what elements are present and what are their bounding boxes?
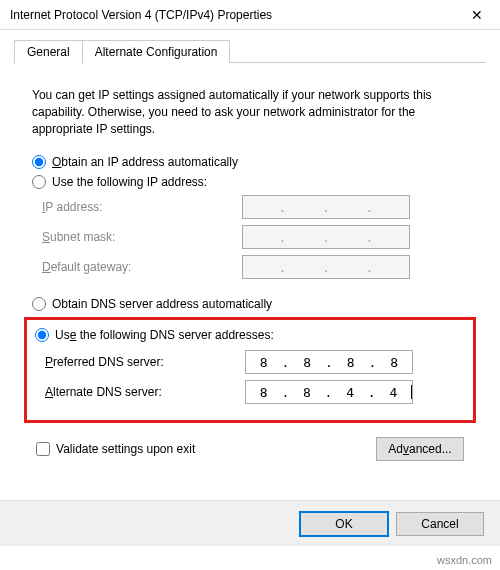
- input-ip-address: ...: [242, 195, 410, 219]
- tab-general[interactable]: General: [14, 40, 83, 64]
- radio-obtain-dns-auto-label: Obtain DNS server address automatically: [52, 297, 272, 311]
- row-preferred-dns: Preferred DNS server: 8. 8. 8. 8: [45, 350, 465, 374]
- close-button[interactable]: ✕: [454, 0, 500, 30]
- radio-obtain-ip-auto[interactable]: Obtain an IP address automatically: [32, 155, 468, 169]
- description-text: You can get IP settings assigned automat…: [32, 87, 468, 137]
- watermark-text: wsxdn.com: [437, 554, 492, 566]
- dns-fields-group: Preferred DNS server: 8. 8. 8. 8 Alterna…: [45, 350, 465, 404]
- checkbox-validate-on-exit[interactable]: Validate settings upon exit: [36, 442, 195, 456]
- radio-use-dns-manual[interactable]: Use the following DNS server addresses:: [35, 328, 465, 342]
- label-ip-address: IP address:: [42, 200, 242, 214]
- input-preferred-dns[interactable]: 8. 8. 8. 8: [245, 350, 413, 374]
- checkbox-validate-on-exit-input[interactable]: [36, 442, 50, 456]
- bottom-options-row: Validate settings upon exit Advanced...: [36, 437, 464, 461]
- window-title: Internet Protocol Version 4 (TCP/IPv4) P…: [10, 8, 454, 22]
- ok-button[interactable]: OK: [300, 512, 388, 536]
- label-preferred-dns: Preferred DNS server:: [45, 355, 245, 369]
- label-subnet-mask: Subnet mask:: [42, 230, 242, 244]
- row-ip-address: IP address: ...: [42, 195, 468, 219]
- radio-use-ip-manual[interactable]: Use the following IP address:: [32, 175, 468, 189]
- tab-panel-general: You can get IP settings assigned automat…: [16, 73, 484, 461]
- ip-fields-group: IP address: ... Subnet mask: ... Default…: [42, 195, 468, 279]
- close-icon: ✕: [471, 7, 483, 23]
- radio-use-ip-manual-label: Use the following IP address:: [52, 175, 207, 189]
- input-default-gateway: ...: [242, 255, 410, 279]
- advanced-button[interactable]: Advanced...: [376, 437, 464, 461]
- radio-use-ip-manual-input[interactable]: [32, 175, 46, 189]
- row-alternate-dns: Alternate DNS server: 8. 8. 4. 4: [45, 380, 465, 404]
- dialog-footer: OK Cancel: [0, 500, 500, 546]
- radio-obtain-ip-auto-label: Obtain an IP address automatically: [52, 155, 238, 169]
- radio-use-dns-manual-input[interactable]: [35, 328, 49, 342]
- label-alternate-dns: Alternate DNS server:: [45, 385, 245, 399]
- titlebar: Internet Protocol Version 4 (TCP/IPv4) P…: [0, 0, 500, 30]
- row-default-gateway: Default gateway: ...: [42, 255, 468, 279]
- tabstrip: General Alternate Configuration: [0, 30, 500, 63]
- radio-obtain-dns-auto[interactable]: Obtain DNS server address automatically: [32, 297, 468, 311]
- text-caret: [411, 385, 412, 399]
- input-alternate-dns[interactable]: 8. 8. 4. 4: [245, 380, 413, 404]
- cancel-button[interactable]: Cancel: [396, 512, 484, 536]
- input-subnet-mask: ...: [242, 225, 410, 249]
- row-subnet-mask: Subnet mask: ...: [42, 225, 468, 249]
- label-default-gateway: Default gateway:: [42, 260, 242, 274]
- checkbox-validate-on-exit-label: Validate settings upon exit: [56, 442, 195, 456]
- highlight-box: Use the following DNS server addresses: …: [24, 317, 476, 423]
- radio-obtain-ip-auto-input[interactable]: [32, 155, 46, 169]
- radio-use-dns-manual-label: Use the following DNS server addresses:: [55, 328, 274, 342]
- radio-obtain-dns-auto-input[interactable]: [32, 297, 46, 311]
- tab-alternate-configuration[interactable]: Alternate Configuration: [83, 40, 231, 63]
